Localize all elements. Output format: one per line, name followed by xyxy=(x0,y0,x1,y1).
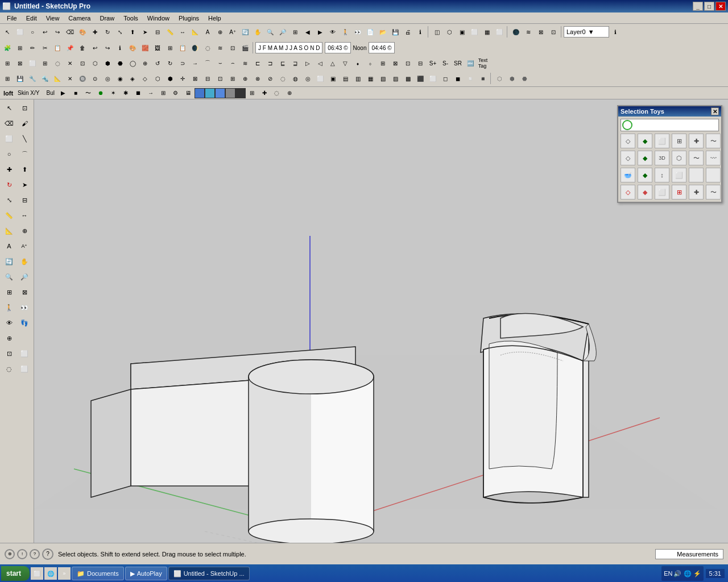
menu-file[interactable]: File xyxy=(2,14,22,23)
tb3-13[interactable]: ↺ xyxy=(151,57,164,69)
lt-sectionplane[interactable]: ⊠ xyxy=(17,285,32,300)
tb2-layers[interactable]: ⊞ xyxy=(164,41,176,54)
lt-pushpull[interactable]: ⬆ xyxy=(17,162,32,177)
layer-dropdown[interactable]: Layer0 ▼ xyxy=(564,26,609,38)
tb3-31[interactable]: ⊞ xyxy=(377,57,389,69)
tb4-13[interactable]: ⬡ xyxy=(151,72,164,85)
tb4-14[interactable]: ⬢ xyxy=(164,72,176,85)
tb4-cube3[interactable]: ⬣ xyxy=(518,72,531,85)
st-diamond3[interactable]: ◆ xyxy=(638,168,652,182)
tb-hidden[interactable]: ▣ xyxy=(456,26,468,38)
tb-wireframe[interactable]: ⬡ xyxy=(443,26,456,38)
tb2-copy[interactable]: 📋 xyxy=(51,41,64,54)
status-circle-3[interactable]: ? xyxy=(30,549,40,559)
plugin-monitor[interactable]: 🖥 xyxy=(182,87,195,99)
tb-undo[interactable]: ↩ xyxy=(39,26,51,38)
plugin-dark[interactable] xyxy=(235,88,246,98)
tb4-23[interactable]: ◌ xyxy=(276,72,289,85)
tb3-28[interactable]: ▽ xyxy=(339,57,351,69)
lt-zoom-in[interactable]: 🔍 xyxy=(2,269,16,284)
tb-paint[interactable]: 🎨 xyxy=(76,26,89,38)
tb2-cut[interactable]: ✂ xyxy=(39,41,51,54)
tb3-37[interactable]: SR xyxy=(452,57,464,69)
lt-scale[interactable]: ⤡ xyxy=(2,193,16,207)
tb-pan[interactable]: ✋ xyxy=(251,26,264,38)
tb-scale[interactable]: ⤡ xyxy=(114,26,126,38)
tb-mono[interactable]: ⬜ xyxy=(493,26,506,38)
lt-move[interactable]: ✚ xyxy=(2,162,16,177)
st-red-cube[interactable]: ⬜ xyxy=(655,185,669,199)
tb4-3[interactable]: 🔧 xyxy=(26,72,39,85)
tb-look-around[interactable]: 👀 xyxy=(351,26,364,38)
plugin-gear[interactable]: ⚙ xyxy=(169,87,182,99)
tb4-22[interactable]: ⊘ xyxy=(264,72,276,85)
tb3-19[interactable]: ⌢ xyxy=(226,57,239,69)
plugin-arrow[interactable]: → xyxy=(144,87,157,99)
tb2-styles[interactable]: 🖼 xyxy=(151,41,164,54)
tb-new[interactable]: 📄 xyxy=(364,26,377,38)
st-cube-3d[interactable]: ⬜ xyxy=(655,134,669,148)
tb-select[interactable]: ↖ xyxy=(1,26,14,38)
lt-line[interactable]: ╲ xyxy=(17,131,32,146)
minimize-button[interactable]: _ xyxy=(693,2,703,11)
status-help[interactable]: ? xyxy=(42,548,53,560)
st-red-box[interactable]: ⊞ xyxy=(672,185,686,199)
lt-circle[interactable]: ○ xyxy=(2,147,16,161)
tb2-materials[interactable]: 🎨 xyxy=(126,41,139,54)
tb2-outliner[interactable]: 📋 xyxy=(176,41,189,54)
menu-tools[interactable]: Tools xyxy=(119,14,143,23)
tb3-23[interactable]: ⊑ xyxy=(276,57,289,69)
tb2-match[interactable]: ⊡ xyxy=(226,41,239,54)
plugin-blue[interactable] xyxy=(195,88,205,98)
plugin-wave[interactable]: 〜 xyxy=(82,87,94,99)
tb4-6[interactable]: ✕ xyxy=(64,72,76,85)
tb3-35[interactable]: S+ xyxy=(427,57,439,69)
tb4-36[interactable]: ◻ xyxy=(439,72,452,85)
tb3-2[interactable]: ⊠ xyxy=(14,57,26,69)
lt-rotate[interactable]: ↻ xyxy=(2,177,16,192)
lt-pan[interactable]: ✋ xyxy=(17,254,32,269)
lt-paint[interactable]: 🖌 xyxy=(17,116,32,131)
tb3-32[interactable]: ⊠ xyxy=(389,57,402,69)
taskbar-arrow[interactable]: » xyxy=(58,567,71,580)
st-wave2[interactable]: 〰 xyxy=(706,151,721,165)
tb-offset[interactable]: ⊟ xyxy=(151,26,164,38)
plugin-misc1[interactable]: ⊞ xyxy=(246,87,258,99)
tb2-fog2[interactable]: ≋ xyxy=(214,41,226,54)
tb3-33[interactable]: ⊡ xyxy=(402,57,414,69)
plugin-grid[interactable]: ⊞ xyxy=(157,87,169,99)
lt-followme[interactable]: ➤ xyxy=(17,177,32,192)
menu-edit[interactable]: Edit xyxy=(22,14,42,23)
menu-plugins[interactable]: Plugins xyxy=(174,14,204,23)
tb-xray[interactable]: ◫ xyxy=(431,26,443,38)
tb2-components[interactable]: 🧱 xyxy=(139,41,151,54)
tb2-make-comp[interactable]: ⊞ xyxy=(14,41,26,54)
st-wave1[interactable]: 〜 xyxy=(706,134,721,148)
st-curve1[interactable]: 〜 xyxy=(689,151,704,165)
lt-extra4[interactable]: ⬜ xyxy=(17,346,32,361)
tb4-31[interactable]: ▧ xyxy=(377,72,389,85)
taskbar-sketchup[interactable]: ⬜ Untitled - SketchUp ... xyxy=(168,567,250,580)
st-arrows[interactable]: ↕ xyxy=(655,168,669,182)
lt-walk[interactable]: 🚶 xyxy=(2,300,16,315)
tb-rotate[interactable]: ↻ xyxy=(101,26,114,38)
tb3-9[interactable]: ⬢ xyxy=(101,57,114,69)
measurements-box[interactable]: Measurements xyxy=(655,549,723,559)
lt-extra6[interactable]: ⬜ xyxy=(17,361,32,376)
tb-pushpull[interactable]: ⬆ xyxy=(126,26,139,38)
lt-zoomext[interactable]: ⊞ xyxy=(2,285,16,300)
tb4-25[interactable]: ◎ xyxy=(301,72,314,85)
tb-orbit[interactable]: 🔄 xyxy=(239,26,251,38)
tb-zoom[interactable]: 🔍 xyxy=(264,26,276,38)
tb2-delete[interactable]: 🗑 xyxy=(76,41,89,54)
tb3-7[interactable]: ⊡ xyxy=(76,57,89,69)
st-diamond-out[interactable]: ◇ xyxy=(621,134,635,148)
tb-open[interactable]: 📂 xyxy=(377,26,389,38)
tb4-39[interactable]: ◾ xyxy=(477,72,489,85)
tb3-24[interactable]: ⊒ xyxy=(289,57,301,69)
tb-section[interactable]: ⊠ xyxy=(535,26,547,38)
tb-rect[interactable]: ⬜ xyxy=(14,26,26,38)
lt-protractor[interactable]: 📐 xyxy=(2,223,16,238)
st-box[interactable]: ⬜ xyxy=(672,168,686,182)
lt-extra1[interactable]: ⊕ xyxy=(2,331,16,346)
